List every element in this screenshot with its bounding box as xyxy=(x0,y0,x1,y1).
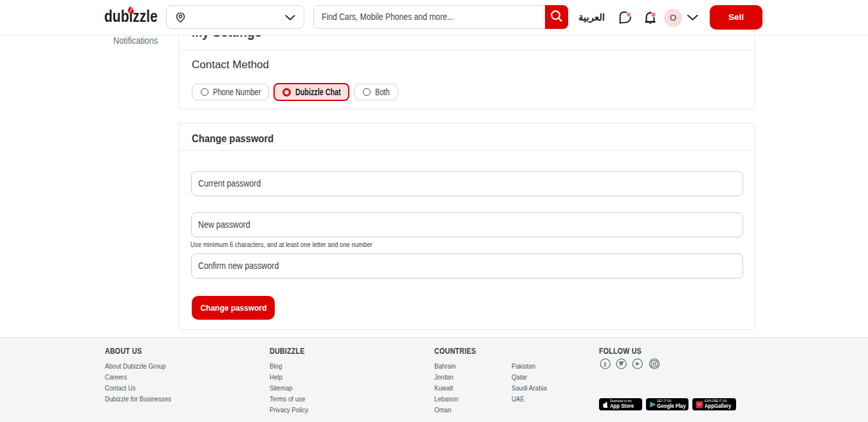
svg-text:f: f xyxy=(604,360,607,368)
